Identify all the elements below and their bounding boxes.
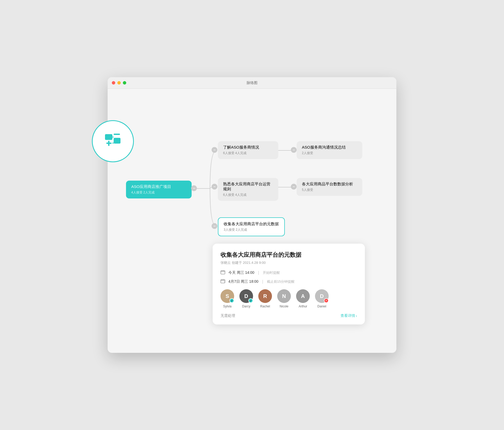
no-action-label: 无需处理 (220, 313, 235, 318)
svg-rect-0 (105, 134, 112, 140)
avatar-nicole[interactable]: N Nicole (277, 289, 291, 308)
node-r1a-title: 了解ASO服务商情况 (223, 145, 273, 150)
minimize-button[interactable] (117, 81, 121, 85)
central-node-title: ASO应用商店推广项目 (131, 184, 186, 189)
node-r3a[interactable]: 收集各大应用商店平台的元数据 3人接受 2人完成 (218, 217, 285, 236)
detail-footer: 无需处理 查看详情 › (220, 313, 357, 318)
logo-icon (104, 132, 122, 150)
titlebar: 脉络图 (108, 77, 396, 89)
close-button[interactable] (112, 81, 115, 85)
view-detail-arrow: › (356, 314, 357, 318)
mindmap-container: ASO应用商店推广项目 4人接受 2人完成 了解ASO服务商情况 6人接受 4人… (123, 104, 381, 301)
central-node-meta: 4人接受 2人完成 (131, 190, 186, 195)
window-body: ASO应用商店推广项目 4人接受 2人完成 了解ASO服务商情况 6人接受 4人… (108, 89, 396, 346)
maximize-button[interactable] (123, 81, 126, 85)
node-r2a[interactable]: 熟悉各大应用商店平台运营规则 6人接受 4人完成 (218, 178, 278, 201)
node-r2b-meta: 5人接受 (302, 188, 357, 192)
avatar-arthur-circle: A (296, 289, 310, 303)
end-time-text: 4月7日 周三 18:00 (228, 279, 258, 284)
svg-rect-4 (108, 141, 109, 146)
node-r1b[interactable]: ASO服务商沟通情况总结 2人接受 (297, 141, 362, 159)
avatar-sylvia-wrapper: S ✓ (220, 289, 234, 303)
traffic-lights (112, 81, 126, 85)
end-reminder-text: 截止前15分钟提醒 (267, 279, 295, 284)
avatars-row: S ✓ Sylvia D ✓ Darcy (220, 289, 357, 308)
start-time-row: 今天 周三 14:00 | 开始时提醒 (220, 270, 357, 276)
collapse-r2b-button[interactable]: − (291, 184, 297, 190)
avatar-darcy-wrapper: D ✓ (239, 289, 253, 303)
avatar-rachel-wrapper: R (258, 289, 272, 303)
node-r3a-meta: 3人接受 2人完成 (224, 228, 279, 232)
end-time-row: 4月7日 周三 18:00 | 截止前15分钟提醒 (220, 279, 357, 285)
node-r3a-title: 收集各大应用商店平台的元数据 (224, 222, 279, 227)
avatar-rachel-name: Rachel (260, 305, 270, 308)
node-r2b-title: 各大应用商品平台数数据分析 (302, 182, 357, 187)
calendar-end-icon (220, 279, 226, 285)
detail-card-creator: 张晓云 创建于 2021.4.28 9:00 (220, 260, 357, 265)
avatar-arthur-name: Arthur (299, 305, 307, 308)
avatar-sylvia-name: Sylvia (223, 305, 232, 308)
collapse-central-button[interactable]: − (191, 185, 197, 191)
calendar-start-icon (220, 270, 226, 276)
avatar-rachel-circle: R (258, 289, 272, 303)
svg-rect-1 (114, 134, 120, 135)
view-detail-label: 查看详情 (340, 313, 355, 318)
detail-card: 收集各大应用商店平台的元数据 张晓云 创建于 2021.4.28 9:00 今天… (213, 244, 365, 324)
avatar-arthur-wrapper: A (296, 289, 310, 303)
avatar-darcy-name: Darcy (242, 305, 250, 308)
svg-rect-2 (114, 138, 120, 144)
avatar-nicole-circle: N (277, 289, 291, 303)
node-r2b[interactable]: 各大应用商品平台数数据分析 5人接受 (297, 178, 362, 196)
detail-card-title: 收集各大应用商店平台的元数据 (220, 251, 357, 259)
avatar-arthur[interactable]: A Arthur (296, 289, 310, 308)
avatar-daniel-badge: ✕ (324, 298, 329, 303)
avatar-sylvia[interactable]: S ✓ Sylvia (220, 289, 234, 308)
avatar-daniel-wrapper: D ✕ (315, 289, 329, 303)
svg-rect-11 (221, 280, 225, 283)
avatar-nicole-wrapper: N (277, 289, 291, 303)
app-window: 脉络图 (108, 77, 396, 353)
avatar-sylvia-badge: ✓ (229, 298, 234, 303)
node-r2a-title: 熟悉各大应用商店平台运营规则 (223, 182, 273, 192)
start-reminder-text: 开始时提醒 (263, 270, 280, 275)
avatar-darcy-badge: ✓ (248, 298, 253, 303)
node-r1b-meta: 2人接受 (302, 151, 357, 155)
node-r1a[interactable]: 了解ASO服务商情况 6人接受 4人完成 (218, 141, 278, 159)
collapse-r1b-button[interactable]: − (291, 147, 297, 153)
avatar-rachel[interactable]: R Rachel (258, 289, 272, 308)
avatar-darcy[interactable]: D ✓ Darcy (239, 289, 253, 308)
node-r2a-meta: 6人接受 4人完成 (223, 193, 273, 197)
view-detail-button[interactable]: 查看详情 › (340, 313, 357, 318)
node-r1a-meta: 6人接受 4人完成 (223, 151, 273, 155)
start-time-text: 今天 周三 14:00 (228, 270, 254, 275)
avatar-daniel-name: Daniel (317, 305, 326, 308)
svg-rect-7 (221, 271, 225, 274)
logo-circle (92, 120, 134, 162)
node-r1b-title: ASO服务商沟通情况总结 (302, 145, 357, 150)
avatar-daniel[interactable]: D ✕ Daniel (315, 289, 329, 308)
collapse-r1a-button[interactable]: − (212, 147, 217, 153)
collapse-r3a-button[interactable]: − (212, 223, 217, 229)
central-node[interactable]: ASO应用商店推广项目 4人接受 2人完成 (126, 181, 192, 198)
collapse-r2a-button[interactable]: − (212, 184, 217, 190)
avatar-nicole-name: Nicole (280, 305, 288, 308)
window-title: 脉络图 (246, 81, 258, 85)
